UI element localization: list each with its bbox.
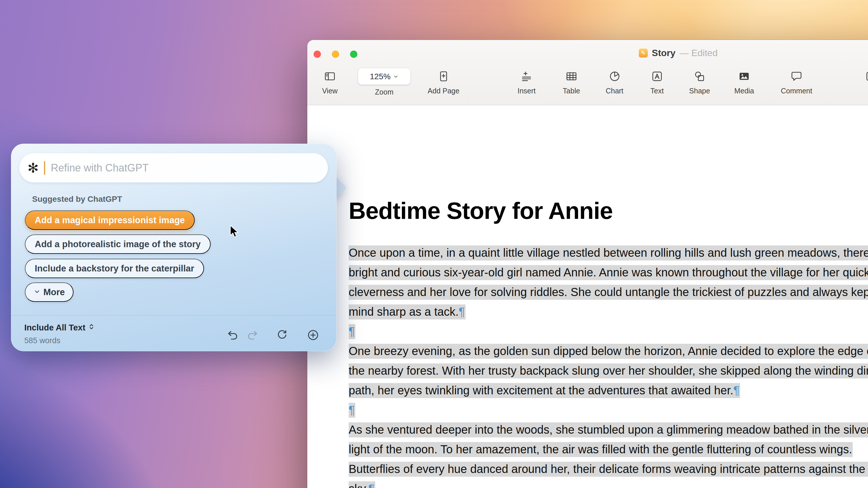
toolbar-item-comment[interactable]: Comment — [781, 70, 812, 95]
toolbar-item-add-page[interactable]: Add Page — [428, 70, 460, 95]
include-scope-selector[interactable]: Include All Text — [24, 323, 95, 332]
refine-input-pill[interactable]: ✻ — [20, 153, 328, 183]
minimize-button[interactable] — [332, 51, 339, 58]
redo-icon — [246, 329, 258, 341]
add-suggestion-button[interactable] — [306, 328, 320, 342]
document-line: mind sharp as a tack.¶ — [349, 302, 868, 322]
regenerate-button[interactable] — [275, 328, 289, 342]
fullscreen-button[interactable] — [350, 51, 357, 58]
pilcrow-mark: ¶ — [459, 305, 465, 318]
more-suggestions-button[interactable]: More — [25, 283, 73, 302]
toolbar-item-chart[interactable]: Chart — [606, 70, 623, 95]
chevron-down-icon — [34, 287, 40, 297]
pilcrow-mark: ¶ — [349, 403, 355, 416]
document-line: Butterflies of every hue danced around h… — [349, 459, 868, 479]
document-text: Once upon a time, in a quaint little vil… — [349, 243, 868, 488]
pilcrow-mark: ¶ — [349, 325, 355, 338]
comment-icon — [790, 70, 803, 83]
document-line: path, her eyes twinkling with excitement… — [349, 381, 868, 400]
redo-button[interactable] — [245, 328, 259, 342]
text-icon — [651, 70, 663, 83]
document-canvas[interactable]: Bedtime Story for Annie Once upon a time… — [307, 105, 868, 488]
popup-divider — [11, 315, 337, 316]
window-title-state: — Edited — [680, 48, 718, 58]
document-line: light of the moon. To her amazement, the… — [349, 440, 868, 459]
screen: ✎ Story — Edited View 125% Zoom — [0, 0, 868, 488]
media-icon — [738, 70, 750, 83]
table-icon — [565, 70, 578, 83]
add-page-icon — [437, 70, 450, 83]
suggestion-button-photorealistic-image[interactable]: Add a photorealistic image of the story — [25, 234, 211, 254]
document-line: sky.¶ — [349, 479, 868, 488]
suggested-by-label: Suggested by ChatGPT — [32, 195, 122, 204]
shape-icon — [693, 70, 706, 83]
regenerate-icon — [276, 329, 288, 341]
toolbar-item-shape[interactable]: Shape — [689, 70, 710, 95]
pilcrow-mark: ¶ — [734, 384, 740, 397]
chevron-down-icon — [393, 74, 399, 79]
toolbar-item-text[interactable]: Text — [650, 70, 664, 95]
window-title: ✎ Story — Edited — [639, 48, 717, 58]
chevrons-updown-icon — [88, 323, 95, 332]
window-header: ✎ Story — Edited View 125% Zoom — [307, 40, 868, 105]
window-controls — [314, 51, 357, 58]
chatgpt-logo-icon: ✻ — [28, 161, 39, 174]
undo-icon — [227, 329, 239, 341]
suggestion-button-impressionist-image[interactable]: Add a magical impressionist image — [25, 210, 195, 230]
document-line: ¶ — [349, 322, 868, 341]
toolbar-clipped-icon — [865, 70, 868, 83]
chart-icon — [609, 70, 621, 83]
pages-window: ✎ Story — Edited View 125% Zoom — [307, 40, 868, 488]
close-button[interactable] — [314, 51, 321, 58]
document-line: One breezy evening, as the golden sun di… — [349, 341, 868, 361]
document-line: cleverness and her love for solving ridd… — [349, 282, 868, 302]
word-count: 585 words — [24, 336, 60, 345]
toolbar-item-insert[interactable]: Insert — [518, 70, 536, 95]
pilcrow-mark: ¶ — [368, 482, 374, 488]
document-line: the nearby forest. With her trusty backp… — [349, 361, 868, 381]
view-icon — [324, 70, 336, 83]
document-line: ¶ — [349, 400, 868, 420]
toolbar-item-view[interactable]: View — [322, 70, 338, 95]
text-caret — [44, 161, 45, 175]
toolbar-item-clipped[interactable] — [865, 70, 868, 87]
add-icon — [307, 329, 319, 341]
document-line: Once upon a time, in a quaint little vil… — [349, 243, 868, 262]
toolbar-item-table[interactable]: Table — [563, 70, 580, 95]
document-heading: Bedtime Story for Annie — [349, 197, 613, 224]
chatgpt-popup: ✻ Suggested by ChatGPT Add a magical imp… — [11, 144, 337, 351]
insert-icon — [521, 70, 533, 83]
toolbar-item-media[interactable]: Media — [734, 70, 754, 95]
zoom-level-button[interactable]: 125% — [358, 68, 410, 85]
toolbar-item-zoom: 125% Zoom — [358, 68, 410, 96]
window-title-text: Story — [652, 48, 676, 58]
suggestion-button-caterpillar-backstory[interactable]: Include a backstory for the caterpillar — [25, 259, 204, 278]
undo-button[interactable] — [226, 328, 240, 342]
document-line: As she ventured deeper into the woods, s… — [349, 420, 868, 440]
document-line: bright and curious six-year-old girl nam… — [349, 262, 868, 282]
refine-input[interactable] — [50, 162, 320, 174]
document-icon: ✎ — [639, 48, 648, 58]
mouse-cursor — [230, 225, 239, 239]
